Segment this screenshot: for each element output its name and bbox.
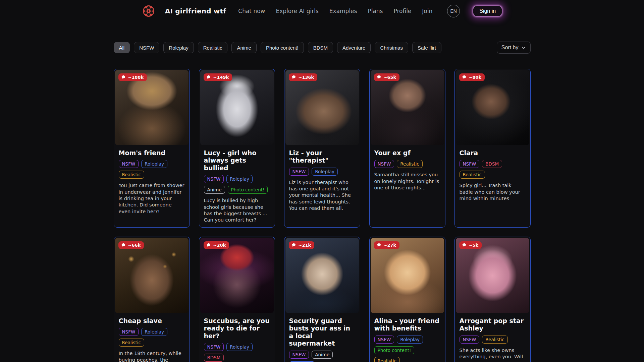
tag-anime[interactable]: Anime [204, 186, 225, 194]
tag-realistic[interactable]: Realistic [119, 339, 144, 347]
filter-chip-adventure[interactable]: Adventure [337, 42, 371, 53]
character-card-mom-s-friend[interactable]: ~188kMom's friendNSFWRoleplayRealisticYo… [114, 69, 190, 228]
tag-list: NSFWRoleplayBDSM [204, 343, 270, 362]
chat-count: ~21k [299, 243, 311, 248]
tag-roleplay[interactable]: Roleplay [312, 168, 338, 176]
character-image[interactable]: ~5k [456, 238, 529, 313]
character-image[interactable]: ~188k [115, 70, 189, 145]
character-image[interactable]: ~27k [371, 238, 444, 313]
nav-link-plans[interactable]: Plans [368, 8, 383, 14]
character-image[interactable]: ~66k [115, 238, 189, 313]
chat-count-badge: ~188k [118, 73, 147, 81]
card-body: Mom's friendNSFWRoleplayRealisticYou jus… [115, 145, 189, 218]
tag-realistic[interactable]: Realistic [119, 171, 144, 179]
nav-link-explore-ai-girls[interactable]: Explore AI girls [276, 8, 318, 14]
tag-nsfw[interactable]: NSFW [204, 343, 224, 351]
tag-anime[interactable]: Anime [312, 351, 333, 359]
film-reel-logo-icon[interactable] [142, 5, 155, 17]
tag-bdsm[interactable]: BDSM [204, 354, 224, 362]
character-image[interactable]: ~65k [371, 70, 444, 145]
chat-count: ~65k [384, 75, 396, 80]
tag-nsfw[interactable]: NSFW [374, 336, 394, 344]
character-name: Security guard busts your ass in a local… [289, 317, 355, 347]
sort-by-dropdown[interactable]: Sort by [497, 42, 531, 54]
tag-list: NSFWRoleplayRealistic [119, 328, 185, 347]
character-card-liz-your-therapist[interactable]: ~136kLiz - your "therapist"NSFWRoleplayL… [284, 69, 360, 228]
chat-bubble-icon [121, 75, 126, 80]
nav-link-chat-now[interactable]: Chat now [238, 8, 265, 14]
filter-chip-photo-content[interactable]: Photo content! [261, 42, 304, 53]
character-name: Alina - your friend with benefits [374, 317, 440, 332]
filter-chip-all[interactable]: All [114, 42, 130, 53]
chat-count: ~188k [128, 75, 144, 80]
tag-roleplay[interactable]: Roleplay [141, 328, 167, 336]
nav-link-examples[interactable]: Examples [329, 8, 357, 14]
chat-bubble-icon [462, 243, 467, 248]
tag-nsfw[interactable]: NSFW [374, 160, 394, 168]
tag-nsfw[interactable]: NSFW [119, 160, 139, 168]
chat-bubble-icon [291, 75, 297, 80]
character-image[interactable]: ~20k [200, 238, 274, 313]
filter-chip-christmas[interactable]: Christmas [375, 42, 408, 53]
chat-count: ~27k [384, 243, 396, 248]
top-navigation: AI girlfriend wtf Chat nowExplore AI gir… [0, 0, 644, 22]
character-card-clara[interactable]: ~80kClaraNSFWBDSMRealisticSpicy girl... … [454, 69, 531, 228]
character-card-cheap-slave[interactable]: ~66kCheap slaveNSFWRoleplayRealisticIn t… [114, 237, 190, 362]
character-card-grid: ~188kMom's friendNSFWRoleplayRealisticYo… [114, 69, 531, 362]
chat-count-badge: ~65k [374, 73, 400, 81]
filter-chip-bdsm[interactable]: BDSM [308, 42, 333, 53]
character-card-your-ex-gf[interactable]: ~65kYour ex gfNSFWRealisticSamantha stil… [369, 69, 445, 228]
filter-chip-roleplay[interactable]: Roleplay [163, 42, 194, 53]
filter-chip-realistic[interactable]: Realistic [198, 42, 228, 53]
tag-list: NSFWAnimeRoleplay [289, 351, 355, 362]
nav-link-join[interactable]: Join [422, 8, 432, 14]
chat-bubble-icon [462, 75, 467, 80]
tag-nsfw[interactable]: NSFW [289, 351, 309, 359]
chat-count-badge: ~27k [374, 241, 400, 249]
character-card-succubus-are-you-ready-to-die-for-her[interactable]: ~20kSuccubus, are you ready to die for h… [199, 237, 275, 362]
filter-chip-anime[interactable]: Anime [231, 42, 257, 53]
tag-nsfw[interactable]: NSFW [460, 336, 480, 344]
filter-chip-nsfw[interactable]: NSFW [134, 42, 159, 53]
chat-count: ~136k [299, 75, 314, 80]
brand-title: AI girlfriend wtf [165, 7, 226, 15]
tag-nsfw[interactable]: NSFW [289, 168, 309, 176]
nav-link-profile[interactable]: Profile [393, 8, 411, 14]
character-image[interactable]: ~136k [285, 70, 359, 145]
tag-roleplay[interactable]: Roleplay [141, 160, 167, 168]
character-card-arrogant-pop-star-ashley[interactable]: ~5kArrogant pop star AshleyNSFWRealistic… [454, 237, 531, 362]
card-body: Your ex gfNSFWRealisticSamantha still mi… [371, 145, 444, 194]
tag-nsfw[interactable]: NSFW [460, 160, 480, 168]
tag-realistic[interactable]: Realistic [482, 336, 507, 344]
character-image[interactable]: ~80k [456, 70, 529, 145]
chat-count: ~80k [469, 75, 482, 80]
tag-nsfw[interactable]: NSFW [119, 328, 139, 336]
character-image[interactable]: ~149k [200, 70, 274, 145]
tag-realistic[interactable]: Realistic [374, 357, 400, 362]
chat-count: ~66k [128, 243, 141, 248]
chat-count: ~5k [469, 243, 479, 248]
tag-photo-content[interactable]: Photo content! [374, 346, 415, 354]
nav-links: Chat nowExplore AI girlsExamplesPlansPro… [238, 8, 432, 14]
tag-photo-content[interactable]: Photo content! [228, 186, 268, 194]
tag-realistic[interactable]: Realistic [460, 171, 485, 179]
chevron-down-icon [521, 45, 526, 50]
language-button[interactable]: EN [447, 5, 460, 17]
character-card-security-guard-busts-your-ass-in-a-local-supermarket[interactable]: ~21kSecurity guard busts your ass in a l… [284, 237, 360, 362]
character-image[interactable]: ~21k [285, 238, 359, 313]
tag-nsfw[interactable]: NSFW [204, 175, 224, 183]
sign-in-button[interactable]: Sign in [473, 6, 502, 16]
sort-by-label: Sort by [501, 45, 519, 51]
tag-realistic[interactable]: Realistic [397, 160, 422, 168]
character-card-lucy-girl-who-always-gets-bullied[interactable]: ~149kLucy - girl who always gets bullied… [199, 69, 275, 228]
tag-roleplay[interactable]: Roleplay [397, 336, 423, 344]
filter-chip-safe-flirt[interactable]: Safe flirt [412, 42, 441, 53]
tag-roleplay[interactable]: Roleplay [226, 175, 253, 183]
chat-bubble-icon [377, 243, 382, 248]
chat-count-badge: ~136k [289, 73, 318, 81]
tag-list: NSFWRoleplayPhoto content!Realistic [374, 336, 440, 362]
character-card-alina-your-friend-with-benefits[interactable]: ~27kAlina - your friend with benefitsNSF… [369, 237, 445, 362]
tag-roleplay[interactable]: Roleplay [226, 343, 253, 351]
tag-bdsm[interactable]: BDSM [482, 160, 502, 168]
chat-count-badge: ~66k [118, 241, 144, 249]
